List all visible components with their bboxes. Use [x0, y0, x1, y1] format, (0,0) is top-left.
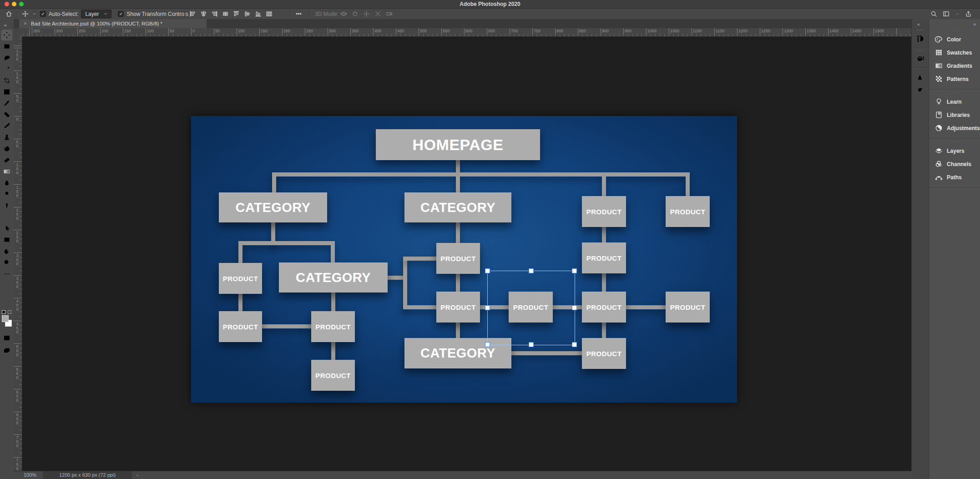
- align-right-icon[interactable]: [211, 10, 218, 17]
- transform-handle[interactable]: [485, 268, 490, 273]
- toolbar-overflow-chevron[interactable]: »: [4, 23, 7, 28]
- collapse-dock-chevron[interactable]: «: [973, 22, 976, 27]
- align-center-v-icon[interactable]: [244, 10, 251, 17]
- crop-tool[interactable]: [1, 75, 12, 86]
- product-box[interactable]: PRODUCT: [582, 292, 626, 323]
- pen-tool[interactable]: [1, 200, 12, 211]
- character-panel-icon[interactable]: [912, 71, 929, 84]
- panel-button-adjustments[interactable]: Adjustments: [929, 121, 980, 135]
- vertical-ruler[interactable]: 1501005005010015020025030035040045050055…: [14, 36, 22, 471]
- move-tool[interactable]: [1, 30, 12, 40]
- canvas-pane: 3503002502001501005005010015020025030035…: [14, 28, 912, 471]
- h-ruler-label: 500: [420, 29, 427, 33]
- horizontal-ruler[interactable]: 3503002502001501005005010015020025030035…: [22, 28, 912, 37]
- distribute-icon[interactable]: [266, 10, 273, 17]
- auto-select-target-dropdown[interactable]: Layer: [81, 10, 111, 18]
- panel-button-libraries[interactable]: Libraries: [929, 108, 980, 121]
- category-box[interactable]: CATEGORY: [219, 192, 327, 222]
- history-panel-icon[interactable]: [912, 32, 929, 45]
- product-box[interactable]: PRODUCT: [582, 196, 626, 227]
- transform-handle[interactable]: [485, 305, 490, 310]
- zoom-level[interactable]: 100%: [24, 472, 36, 478]
- brush-tool[interactable]: [1, 121, 12, 131]
- eyedropper-tool[interactable]: [1, 98, 12, 109]
- dodge-tool[interactable]: [1, 189, 12, 200]
- foreground-color-swatch[interactable]: [2, 315, 9, 322]
- transform-selection-border[interactable]: [487, 271, 575, 345]
- product-box[interactable]: PRODUCT: [666, 292, 710, 323]
- blur-tool[interactable]: [1, 177, 12, 188]
- eraser-tool[interactable]: [1, 155, 12, 166]
- workspace-icon[interactable]: [943, 10, 950, 17]
- homepage-box[interactable]: HOMEPAGE: [376, 129, 540, 160]
- panel-button-gradients[interactable]: Gradients: [929, 59, 980, 72]
- transform-handle[interactable]: [529, 268, 534, 273]
- panel-button-patterns[interactable]: Patterns: [929, 72, 980, 86]
- align-left-icon[interactable]: [189, 10, 196, 17]
- panel-button-learn[interactable]: Learn: [929, 95, 980, 108]
- category-box[interactable]: CATEGORY: [279, 262, 388, 292]
- panel-button-paths[interactable]: Paths: [929, 171, 980, 184]
- panel-button-layers[interactable]: Layers: [929, 144, 980, 157]
- panel-button-channels[interactable]: Channels: [929, 157, 980, 171]
- product-box[interactable]: PRODUCT: [666, 196, 710, 227]
- category-box[interactable]: CATEGORY: [404, 192, 511, 222]
- align-center-h-icon[interactable]: [200, 10, 207, 17]
- product-box[interactable]: PRODUCT: [311, 360, 355, 391]
- rectangular-marquee-tool[interactable]: [1, 41, 12, 52]
- product-box[interactable]: PRODUCT: [582, 338, 626, 369]
- transform-handle[interactable]: [572, 268, 577, 273]
- search-icon[interactable]: [930, 10, 937, 17]
- type-tool[interactable]: [1, 212, 12, 222]
- clone-stamp-tool[interactable]: [1, 132, 12, 143]
- status-chevron[interactable]: ›: [136, 472, 138, 478]
- rectangle-tool[interactable]: [1, 234, 12, 245]
- hand-tool[interactable]: [1, 246, 12, 257]
- document-canvas[interactable]: HOMEPAGECATEGORYCATEGORYCATEGORYCATEGORY…: [191, 116, 737, 403]
- align-top-icon[interactable]: [233, 10, 240, 17]
- document-size-info[interactable]: 1200 px x 630 px (72 ppi): [43, 471, 132, 479]
- history-brush-tool[interactable]: [1, 143, 12, 154]
- gradient-tool[interactable]: [1, 166, 12, 177]
- share-icon[interactable]: [965, 10, 972, 17]
- properties-panel-icon[interactable]: [912, 52, 929, 66]
- align-justify-icon[interactable]: [222, 10, 229, 17]
- product-box[interactable]: PRODUCT: [219, 263, 262, 294]
- more-options-button[interactable]: •••: [296, 9, 302, 19]
- paragraph-panel-icon[interactable]: [912, 84, 929, 98]
- product-box[interactable]: PRODUCT: [436, 292, 480, 323]
- transform-handle[interactable]: [529, 342, 534, 347]
- product-box[interactable]: PRODUCT: [436, 243, 480, 274]
- chevron-down-icon[interactable]: [955, 12, 960, 16]
- panel-button-swatches[interactable]: Swatches: [929, 46, 980, 59]
- product-box[interactable]: PRODUCT: [311, 311, 355, 342]
- panel-button-color[interactable]: Color: [929, 33, 980, 46]
- product-box[interactable]: PRODUCT: [582, 242, 626, 273]
- transform-handle[interactable]: [572, 342, 577, 347]
- zoom-tool[interactable]: [1, 257, 12, 268]
- product-box[interactable]: PRODUCT: [219, 311, 262, 342]
- screen-mode-icon[interactable]: [1, 345, 12, 356]
- home-icon[interactable]: [5, 9, 12, 19]
- lasso-tool[interactable]: [1, 52, 12, 63]
- spot-healing-brush-tool[interactable]: [1, 109, 12, 120]
- ruler-corner[interactable]: [14, 28, 22, 37]
- quick-mask-icon[interactable]: [1, 333, 12, 343]
- swap-colors-icon[interactable]: [8, 310, 11, 314]
- object-selection-tool[interactable]: [1, 64, 12, 75]
- transform-handle[interactable]: [572, 305, 577, 310]
- align-bottom-icon[interactable]: [255, 10, 262, 17]
- document-tab[interactable]: × Bad Site Archtecture.psd @ 100% (PRODU…: [19, 19, 207, 28]
- close-tab-icon[interactable]: ×: [24, 20, 27, 27]
- transform-handle[interactable]: [485, 342, 490, 347]
- default-colors-icon[interactable]: [2, 310, 5, 314]
- frame-tool[interactable]: [1, 86, 12, 97]
- auto-select-checkbox[interactable]: ✓: [40, 11, 46, 17]
- panel-label: Libraries: [947, 112, 970, 118]
- photoshop-window: Adobe Photoshop 2020 ✓ Auto-Select: Laye…: [0, 0, 980, 479]
- collapse-panels-chevron[interactable]: «: [917, 22, 920, 27]
- path-selection-tool[interactable]: [1, 223, 12, 234]
- canvas-viewport[interactable]: HOMEPAGECATEGORYCATEGORYCATEGORYCATEGORY…: [22, 36, 912, 471]
- show-transform-checkbox[interactable]: ✓: [118, 11, 124, 17]
- edit-toolbar-ellipsis[interactable]: [1, 268, 12, 279]
